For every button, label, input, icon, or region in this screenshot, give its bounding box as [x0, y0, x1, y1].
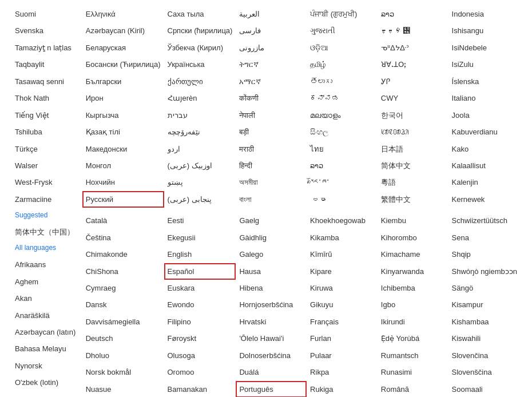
language-item[interactable]: IsiZulu	[448, 56, 521, 73]
language-item[interactable]: Shqip	[448, 246, 521, 263]
language-item[interactable]: עברית	[164, 107, 236, 124]
language-item[interactable]: Hornjoserbšćina	[236, 296, 307, 313]
language-item[interactable]: Kalenjin	[448, 174, 521, 190]
language-item[interactable]: Cymraeg	[82, 280, 164, 296]
language-item[interactable]: 粵語	[378, 174, 448, 190]
language-item[interactable]: Español	[164, 263, 236, 280]
language-item[interactable]: Chimakonde	[82, 246, 164, 263]
language-item[interactable]: ລາວ	[307, 157, 378, 174]
language-item[interactable]: Akan	[11, 290, 82, 307]
language-item[interactable]: Нохчийн	[82, 174, 164, 190]
language-item[interactable]: Føroyskt	[164, 330, 236, 347]
language-item[interactable]: Беларуская	[82, 39, 164, 56]
language-item[interactable]: Walser	[11, 157, 82, 174]
language-item[interactable]: CWY	[378, 90, 448, 106]
language-item[interactable]: Tiếng Việt	[11, 107, 82, 124]
language-item[interactable]: Ўзбекча (Кирил)	[164, 39, 236, 56]
language-item[interactable]: Bamanakan	[164, 381, 236, 397]
language-item[interactable]: हिन्दी	[236, 157, 307, 174]
language-item[interactable]: Sena	[448, 229, 521, 246]
language-item[interactable]: اردو	[164, 141, 236, 157]
language-item[interactable]: ಕನ್ನಡ	[307, 90, 378, 106]
language-item[interactable]: Gaelg	[236, 212, 307, 229]
language-item[interactable]: Dolnoserbšćina	[236, 347, 307, 364]
language-item[interactable]: ဗမာ	[307, 191, 378, 208]
language-item[interactable]: Bahasa Melayu	[11, 340, 82, 357]
language-item[interactable]: नेपाली	[236, 107, 307, 124]
language-item[interactable]: Slovenščina	[448, 364, 521, 380]
language-item[interactable]: Soomaali	[448, 381, 521, 397]
language-item[interactable]: Ελληνικά	[82, 6, 164, 22]
language-item[interactable]: Azərbaycan (latın)	[11, 324, 82, 340]
language-item[interactable]: Ewondo	[164, 296, 236, 313]
language-item[interactable]: ქართული	[164, 73, 236, 90]
language-item[interactable]: ລາວ	[378, 6, 448, 22]
language-item[interactable]: Dansk	[82, 296, 164, 313]
language-item[interactable]: Aghem	[11, 273, 82, 290]
language-item[interactable]: Ẹ̀dẹ̀ Yorùbá	[378, 330, 448, 347]
language-item[interactable]: ᎩᎵ	[378, 73, 448, 90]
language-item[interactable]: اوزبیک (عربی)	[164, 157, 236, 174]
language-item[interactable]: Català	[82, 212, 164, 229]
language-item[interactable]: தமிழ்	[307, 56, 378, 73]
language-item[interactable]: Kernewek	[448, 191, 521, 208]
language-item[interactable]: Հայerèn	[164, 90, 236, 106]
language-item[interactable]: Монгол	[82, 157, 164, 174]
language-item[interactable]: ਪੰਜਾਬੀ (ਗੁਰਮੁਖੀ)	[307, 6, 378, 22]
language-item[interactable]: मराठी	[236, 141, 307, 157]
language-item[interactable]: مازرونی	[236, 39, 307, 56]
language-item[interactable]: Deutsch	[82, 330, 164, 347]
language-item[interactable]: Italiano	[448, 90, 521, 106]
language-item[interactable]: Euskara	[164, 280, 236, 296]
language-item[interactable]: Slovenčina	[448, 347, 521, 364]
language-item[interactable]: Kalaallisut	[448, 157, 521, 174]
language-item[interactable]: Саха тыла	[164, 6, 236, 22]
language-item[interactable]: बड़ी	[236, 124, 307, 140]
language-item[interactable]: Gàidhlig	[236, 229, 307, 246]
language-item[interactable]: Azərbaycan (Kiril)	[82, 22, 164, 39]
language-item[interactable]: O'zbek (lotin)	[11, 374, 82, 391]
language-item[interactable]: Suomi	[11, 6, 82, 22]
language-item[interactable]: All languages	[11, 240, 82, 256]
language-item[interactable]: Nynorsk	[11, 358, 82, 374]
language-item[interactable]: Kiswahili	[448, 330, 521, 347]
language-item[interactable]: Svenska	[11, 22, 82, 39]
language-item[interactable]: Afrikaans	[11, 256, 82, 273]
language-item[interactable]: West-Frysk	[11, 174, 82, 190]
language-item[interactable]: Hausa	[236, 263, 307, 280]
language-item[interactable]: Русский	[82, 191, 164, 208]
language-item[interactable]: Galego	[236, 246, 307, 263]
language-item[interactable]: Босански (Ћирилица)	[82, 56, 164, 73]
language-item[interactable]: Kihorombo	[378, 229, 448, 246]
language-item[interactable]: Қазақ тілі	[82, 124, 164, 140]
language-item[interactable]: Taqbaylit	[11, 56, 82, 73]
language-item[interactable]: Tshiluba	[11, 124, 82, 140]
language-item[interactable]: తెలుగు	[307, 73, 378, 90]
language-item[interactable]: Hibena	[236, 280, 307, 296]
language-item[interactable]: ᓀᐦᐃᔭᐏᐣ	[378, 39, 448, 56]
language-item[interactable]: Indonesia	[448, 6, 521, 22]
language-item[interactable]: Kako	[448, 141, 521, 157]
language-item[interactable]: ไทย	[307, 141, 378, 157]
language-item[interactable]: پښتو	[164, 174, 236, 190]
language-item[interactable]: Duálá	[236, 364, 307, 380]
language-item[interactable]: Français	[307, 313, 378, 330]
language-item[interactable]: پنجابی (عربی)	[164, 191, 236, 208]
language-item[interactable]: العربية	[236, 6, 307, 22]
language-item[interactable]: ગુજરાતી	[307, 22, 378, 39]
language-item[interactable]: Tamaziyṯ n laṭlas	[11, 39, 82, 56]
language-item[interactable]: Furlan	[307, 330, 378, 347]
language-item[interactable]: English	[164, 246, 236, 263]
language-item[interactable]: Bosanski (latinica)	[11, 391, 82, 397]
language-item[interactable]: Rikpa	[307, 364, 378, 380]
language-item[interactable]: 한국어	[378, 107, 448, 124]
language-item[interactable]: Čeština	[82, 229, 164, 246]
language-item[interactable]: Türkçe	[11, 141, 82, 157]
language-item[interactable]: Norsk bokmål	[82, 364, 164, 380]
language-item[interactable]: Schwiizertüütsch	[448, 212, 521, 229]
language-item[interactable]: Rumantsch	[378, 347, 448, 364]
language-item[interactable]: Thok Nath	[11, 90, 82, 106]
language-item[interactable]: Olusoga	[164, 347, 236, 364]
language-item[interactable]: ꓤꓯꓸꓕꓳꓼ	[378, 56, 448, 73]
language-item[interactable]: 简体中文	[378, 157, 448, 174]
